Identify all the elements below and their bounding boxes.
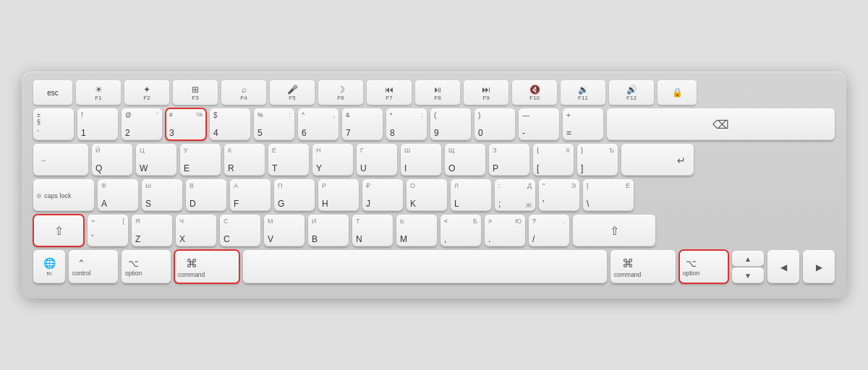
f2-key[interactable]: ✦ F2: [124, 80, 169, 105]
search-icon: ⌕: [242, 85, 247, 95]
9-key[interactable]: ( 9: [430, 108, 471, 140]
play-pause-icon: ⏯: [433, 85, 442, 95]
control-key[interactable]: ⌃ control: [69, 250, 118, 283]
command-left-key[interactable]: ⌘ command: [174, 250, 239, 283]
esc-key[interactable]: esc: [33, 80, 72, 105]
e-key[interactable]: У E: [180, 144, 221, 176]
volume-up-icon: 🔊: [626, 85, 637, 95]
y-key[interactable]: Н Y: [312, 144, 353, 176]
c-key[interactable]: С C: [220, 215, 260, 246]
j-key[interactable]: ₽ J: [362, 179, 403, 211]
arrow-down-key[interactable]: ▼: [732, 267, 764, 283]
arrow-left-key[interactable]: ◀: [767, 250, 799, 283]
4-key[interactable]: $ 4: [210, 108, 250, 140]
6-key[interactable]: ^ , 6: [298, 108, 339, 140]
f7-key[interactable]: ⏮ F7: [367, 80, 412, 105]
bottom-row: 🌐 fn ⌃ control ⌥ option ⌘ command: [33, 250, 835, 283]
f11-key[interactable]: 🔉 F11: [561, 80, 605, 105]
semicolon-key[interactable]: : Д ; Ж: [495, 179, 535, 211]
i-key[interactable]: Ш I: [401, 144, 441, 176]
quote-key[interactable]: " Э ': [539, 179, 579, 211]
2-key[interactable]: @ " 2: [122, 108, 162, 140]
option-right-label: option: [683, 270, 699, 277]
f1-key[interactable]: ☀ F1: [76, 80, 121, 105]
o-key[interactable]: Щ O: [445, 144, 485, 176]
bracket-left-key[interactable]: { Х [: [533, 144, 574, 176]
q-key[interactable]: Й Q: [92, 144, 132, 176]
arrow-cluster: ▲ ▼ ◀ ▶: [732, 250, 835, 283]
z-key[interactable]: Я Z: [132, 215, 172, 246]
keyboard: esc ☀ F1 ✦ F2 ⊞ F3 ⌕ F4 🎤 F5 ☽ F6 ⏮ F7: [22, 72, 846, 298]
f4-key[interactable]: ⌕ F4: [221, 80, 266, 105]
lock-key[interactable]: 🔒: [658, 80, 697, 105]
f9-key[interactable]: ⏭ F9: [464, 80, 509, 105]
option-left-key[interactable]: ⌥ option: [122, 250, 171, 283]
p-key[interactable]: З P: [489, 144, 529, 176]
lock-icon: 🔒: [672, 87, 683, 98]
s-key[interactable]: Ы S: [142, 179, 182, 211]
0-key[interactable]: ) 0: [475, 108, 515, 140]
dnd-icon: ☽: [337, 85, 345, 95]
shift-right-key[interactable]: ⇧: [573, 215, 655, 246]
8-key[interactable]: * ; 8: [386, 108, 427, 140]
f5-key[interactable]: 🎤 F5: [270, 80, 315, 105]
minus-key[interactable]: — -: [519, 108, 559, 140]
tilde-key[interactable]: ~ [ `: [88, 215, 128, 246]
enter-key[interactable]: ↵: [621, 144, 694, 176]
option-right-key[interactable]: ⌥ option: [679, 250, 728, 283]
command-right-key[interactable]: ⌘ command: [610, 250, 676, 283]
fn-key[interactable]: 🌐 fn: [33, 250, 65, 283]
3-key[interactable]: # № 3: [166, 108, 206, 140]
u-key[interactable]: Г U: [357, 144, 397, 176]
n-key[interactable]: Т N: [352, 215, 393, 246]
q-row: → Й Q Ц W У E К R Е T Н Y Г U: [33, 144, 835, 176]
caps-lock-key[interactable]: caps lock: [33, 179, 94, 211]
globe-icon: 🌐: [43, 257, 56, 269]
z-row: ⇧ ~ [ ` Я Z Ч X С C М V И B: [33, 215, 835, 246]
5-key[interactable]: % : 5: [254, 108, 294, 140]
g-key[interactable]: П G: [274, 179, 315, 211]
w-key[interactable]: Ц W: [136, 144, 176, 176]
d-key[interactable]: В D: [186, 179, 226, 211]
f8-key[interactable]: ⏯ F8: [415, 80, 460, 105]
arrow-up-key[interactable]: ▲: [732, 251, 764, 267]
h-key[interactable]: Р H: [318, 179, 359, 211]
rewind-icon: ⏮: [385, 85, 393, 95]
1-key[interactable]: ! 1: [77, 108, 118, 140]
period-key[interactable]: > Ю .: [485, 215, 525, 246]
shift-left-key[interactable]: ⇧: [33, 215, 84, 246]
m-key[interactable]: Ь M: [396, 215, 437, 246]
slash-key[interactable]: ? . /: [529, 215, 569, 246]
backtick-key[interactable]: ± § `: [33, 108, 74, 140]
bracket-right-key[interactable]: } Ъ ]: [577, 144, 618, 176]
f6-key[interactable]: ☽ F6: [318, 80, 363, 105]
esc-label: esc: [47, 89, 59, 97]
brightness-high-icon: ✦: [143, 85, 150, 95]
f-key[interactable]: А F: [230, 179, 271, 211]
comma-key[interactable]: < Б ,: [441, 215, 481, 246]
volume-down-icon: 🔉: [578, 85, 589, 95]
number-row: ± § ` ! 1 @ " 2 # № 3: [33, 108, 835, 140]
f3-key[interactable]: ⊞ F3: [173, 80, 218, 105]
b-key[interactable]: И B: [308, 215, 349, 246]
equals-key[interactable]: + =: [563, 108, 603, 140]
r-key[interactable]: К R: [224, 144, 265, 176]
arrow-right-key[interactable]: ▶: [803, 250, 835, 283]
t-key[interactable]: Е T: [268, 144, 309, 176]
option-left-label: option: [125, 270, 142, 277]
backspace-key[interactable]: ⌫: [607, 108, 835, 140]
7-key[interactable]: & . 7: [342, 108, 383, 140]
l-key[interactable]: Л L: [451, 179, 491, 211]
f10-key[interactable]: 🔇 F10: [512, 80, 557, 105]
a-key[interactable]: Ф A: [98, 179, 138, 211]
a-row: caps lock Ф A Ы S В D А F П G Р H ₽: [33, 179, 835, 211]
k-key[interactable]: О K: [407, 179, 447, 211]
mute-icon: 🔇: [529, 85, 540, 95]
x-key[interactable]: Ч X: [176, 215, 216, 246]
backslash-key[interactable]: | Ё \: [583, 179, 634, 211]
tab-key[interactable]: →: [33, 144, 88, 176]
dictation-icon: 🎤: [287, 85, 298, 95]
spacebar-key[interactable]: [243, 250, 607, 283]
f12-key[interactable]: 🔊 F12: [609, 80, 654, 105]
v-key[interactable]: М V: [264, 215, 305, 246]
